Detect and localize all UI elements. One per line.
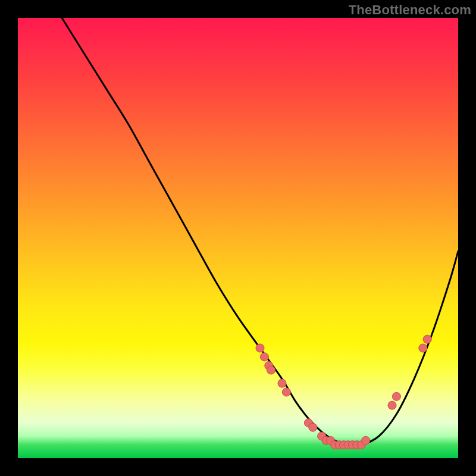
curve-marker (423, 335, 431, 343)
curve-marker (282, 388, 290, 396)
curve-marker (362, 436, 370, 444)
curve-marker (278, 379, 286, 387)
bottleneck-curve (62, 18, 458, 446)
curve-marker (256, 344, 264, 352)
chart-frame (18, 18, 458, 458)
watermark-label: TheBottleneck.com (349, 2, 471, 18)
curve-markers (256, 335, 431, 449)
curve-marker (392, 392, 400, 400)
curve-marker (309, 423, 317, 431)
curve-marker (388, 401, 396, 409)
curve-marker (419, 344, 427, 352)
curve-marker (267, 366, 275, 374)
curve-marker (260, 353, 268, 361)
chart-svg (18, 18, 458, 458)
